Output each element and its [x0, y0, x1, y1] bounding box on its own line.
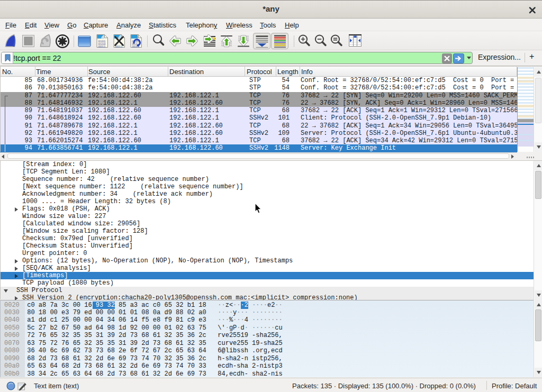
svg-text:0011: 0011 [115, 45, 123, 49]
svg-text:0011: 0011 [98, 45, 106, 49]
